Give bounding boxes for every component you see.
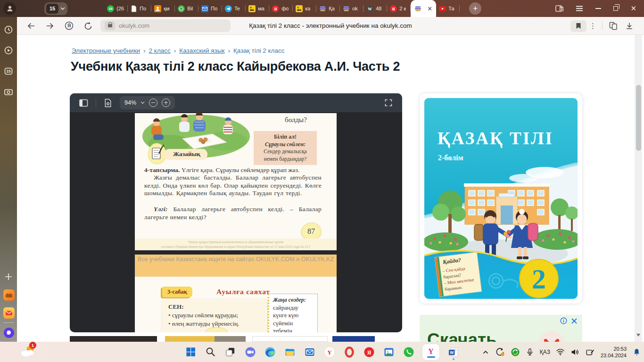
pdf-viewer: 94% − +	[70, 93, 402, 332]
whatsapp-button[interactable]	[403, 346, 414, 358]
new-word: сайрандау	[273, 304, 317, 312]
address-bar[interactable]: okulyk.com	[100, 19, 231, 32]
pen-input-icon[interactable]	[586, 348, 595, 356]
chevron-down-icon[interactable]	[140, 101, 145, 104]
tab-wordpress[interactable]: W 48	[363, 0, 387, 17]
pdf-canvas[interactable]: болды? Біліп ал! Сұраулы сөйлем: Сендер …	[70, 112, 402, 332]
downloads-button[interactable]	[625, 17, 634, 35]
back-icon[interactable]	[26, 21, 36, 31]
breadcrumb-link-1[interactable]: Электронные учебники	[72, 47, 140, 54]
pdf-sidebar-toggle-icon[interactable]	[79, 99, 88, 107]
sidebar-divider	[3, 322, 14, 323]
page-scrollbar[interactable]	[635, 35, 642, 342]
tab-group-pill[interactable]: 15	[44, 2, 67, 15]
scrollbar-down-arrow[interactable]	[636, 334, 640, 337]
close-window-icon[interactable]: ✕	[630, 5, 636, 12]
volume-icon[interactable]	[570, 348, 580, 356]
tab-active-okulyk[interactable]: ✕	[411, 0, 436, 17]
yandex-app-button[interactable]: Я	[363, 346, 375, 358]
tab-yandex-2[interactable]: Я 2 к	[387, 0, 411, 17]
breadcrumb-link-2[interactable]: 2 класс	[149, 47, 171, 54]
tab-person-orange[interactable]: қм	[151, 0, 175, 17]
new-words-box: Жаңа сөздер: сайрандау күнге күю сүйемін…	[268, 294, 318, 332]
wifi-icon[interactable]	[556, 348, 565, 356]
breadcrumb-link-3[interactable]: Казахский язык	[179, 47, 224, 54]
screenshot-icon[interactable]	[3, 87, 14, 97]
tray-expand-icon[interactable]	[481, 348, 490, 356]
lock-chip[interactable]	[105, 21, 115, 30]
taskbar-clock[interactable]: 20:53 23.04.2024	[601, 346, 627, 359]
reload-icon[interactable]	[83, 21, 93, 31]
tab-image-2[interactable]: ка	[293, 0, 316, 17]
related-thumbnail[interactable]	[332, 336, 375, 342]
word-button[interactable]: W	[447, 346, 459, 358]
extensions-button[interactable]	[609, 17, 618, 35]
mail-app-button[interactable]	[304, 346, 315, 358]
photos-app-button[interactable]	[383, 346, 395, 358]
tab-mail[interactable]: По	[198, 0, 222, 17]
file-explorer-button[interactable]	[284, 346, 296, 358]
taskbar-weather-widget[interactable]: 1	[19, 344, 37, 359]
toolbar-menu[interactable]: ⋮	[589, 17, 596, 35]
tab-books-1[interactable]: Қа	[316, 0, 340, 17]
close-tab-icon[interactable]: ✕	[427, 6, 432, 12]
footer-line: *Книга предоставлена исключительно в обр…	[135, 240, 337, 245]
tab-whatsapp[interactable]: 26 (26	[104, 0, 128, 17]
search-button[interactable]	[205, 346, 216, 358]
restore-window-icon[interactable]	[613, 6, 618, 11]
side-panels-icon[interactable]	[555, 5, 563, 12]
menu-icon[interactable]	[576, 6, 583, 11]
forward-icon[interactable]	[45, 21, 55, 31]
tab-books-2[interactable]: ok	[340, 0, 363, 17]
tab-image-1[interactable]: ма	[246, 0, 269, 17]
minimize-icon[interactable]	[595, 8, 601, 9]
yandex-button-icon[interactable]: Я	[64, 21, 74, 31]
yandex-games-icon[interactable]	[3, 289, 15, 301]
related-thumbnail[interactable]	[70, 336, 157, 342]
yandex-browser-active-button[interactable]: Y	[422, 344, 439, 361]
new-tab-button[interactable]: +	[469, 2, 481, 15]
fullscreen-icon[interactable]	[384, 99, 393, 107]
profile-avatar[interactable]	[3, 2, 16, 15]
related-thumbnail[interactable]	[165, 336, 215, 342]
window-controls: ✕	[555, 5, 636, 12]
notification-bell-icon[interactable]	[632, 347, 641, 357]
desktop: 15 26 (26 По қм	[0, 0, 644, 362]
tab-bilim[interactable]: Bil	[175, 0, 198, 17]
alice-assistant-icon[interactable]	[3, 327, 15, 338]
bookmark-chip[interactable]	[570, 17, 586, 35]
zoom-in-button[interactable]: +	[162, 99, 170, 107]
ad-download-text[interactable]: Скачать	[427, 330, 497, 342]
tab-telegram[interactable]: Te	[222, 0, 246, 17]
yandex-icon: Я	[390, 5, 397, 12]
yandex-mail-icon[interactable]	[3, 307, 15, 319]
tab-yandex-1[interactable]: Я фо	[269, 0, 293, 17]
pdf-document-settings-icon[interactable]	[104, 99, 112, 107]
breadcrumb-current: Қазақ тілі 2 класс	[233, 47, 285, 54]
ad-info-icon[interactable]	[560, 317, 567, 324]
tab-youtube[interactable]: Та	[436, 0, 460, 17]
ad-close-icon[interactable]	[571, 318, 578, 324]
opera-browser-button[interactable]	[343, 346, 355, 358]
keyboard-language[interactable]: ҚАЗ	[540, 349, 550, 355]
pdf-zoom-level[interactable]: 94%	[124, 99, 136, 106]
tab-counter-icon[interactable]: 15	[3, 66, 14, 76]
yandex-start-button[interactable]: Y	[323, 346, 335, 358]
task-view-button[interactable]	[224, 346, 236, 358]
teams-chat-button[interactable]	[244, 346, 256, 358]
microphone-icon[interactable]	[526, 347, 534, 357]
lesson-title: Ауылға саяхат	[216, 288, 270, 296]
video-play-icon[interactable]	[3, 45, 14, 56]
history-icon[interactable]	[3, 25, 14, 35]
start-button[interactable]	[185, 346, 197, 358]
zoom-out-button[interactable]: −	[149, 99, 157, 107]
edge-browser-button[interactable]	[264, 346, 276, 358]
green-app-icon[interactable]	[511, 347, 520, 357]
tab-document[interactable]: По	[128, 0, 151, 17]
related-thumbnail[interactable]	[215, 336, 246, 342]
scrollbar-thumb[interactable]	[636, 85, 641, 151]
sidebar-add-icon[interactable]	[3, 272, 14, 282]
ad-expand-button[interactable]	[538, 331, 565, 342]
update-sync-icon[interactable]	[495, 347, 505, 357]
related-thumbnail[interactable]	[252, 336, 328, 342]
